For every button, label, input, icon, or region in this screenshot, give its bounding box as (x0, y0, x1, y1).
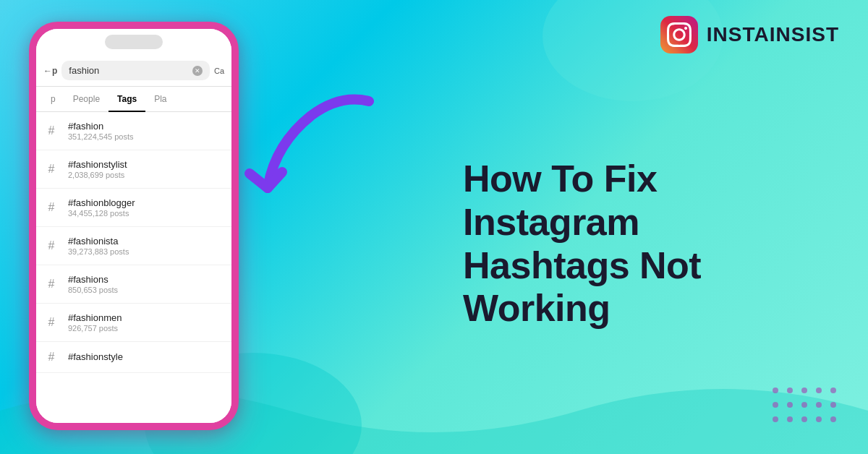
hashtag-item[interactable]: # #fashionstyle (36, 342, 231, 373)
brand-name: INSTAINSIST (707, 23, 839, 46)
instagram-icon (667, 22, 692, 47)
dots-decoration (773, 387, 839, 425)
hash-count: 39,273,883 posts (68, 247, 224, 256)
dot (816, 387, 822, 393)
search-tabs: p People Tags Pla (36, 87, 231, 112)
dot (773, 402, 778, 408)
instagram-logo (660, 16, 698, 53)
tab-top[interactable]: p (42, 87, 64, 111)
search-back-label: ←p (43, 66, 57, 76)
hash-name: #fashionstylist (68, 159, 224, 170)
hashtag-item[interactable]: # #fashions 850,653 posts (36, 265, 231, 304)
brand-header: INSTAINSIST (660, 16, 839, 53)
dot (773, 387, 778, 393)
hash-count: 850,653 posts (68, 286, 224, 294)
dot (787, 387, 793, 393)
hash-symbol: # (43, 316, 59, 329)
phone-frame: ←p fashion ✕ Ca p People Tags Pla # (29, 22, 239, 430)
hash-symbol: # (43, 124, 59, 137)
dot (801, 402, 807, 408)
dot (773, 416, 778, 422)
dot (830, 387, 836, 393)
hash-name: #fashionmen (68, 312, 224, 323)
hashtag-list: # #fashion 351,224,545 posts # #fashions… (36, 112, 231, 373)
hashtag-item[interactable]: # #fashionista 39,273,883 posts (36, 227, 231, 265)
search-input-area[interactable]: fashion ✕ (61, 61, 210, 80)
hash-symbol: # (43, 351, 59, 364)
hash-name: #fashionstyle (68, 351, 224, 362)
phone-notch (105, 35, 163, 49)
hash-info: #fashionblogger 34,455,128 posts (68, 197, 224, 218)
right-content: How To Fix Instagram Hashtags Not Workin… (463, 158, 839, 330)
search-query-text: fashion (69, 65, 99, 76)
search-clear-button[interactable]: ✕ (192, 66, 203, 76)
hash-info: #fashionista 39,273,883 posts (68, 236, 224, 256)
hash-info: #fashionstyle (68, 351, 224, 363)
hash-symbol: # (43, 201, 59, 214)
hashtag-item[interactable]: # #fashionmen 926,757 posts (36, 304, 231, 342)
hash-info: #fashionmen 926,757 posts (68, 312, 224, 333)
main-title-line2: Hashtags Not Working (463, 244, 701, 330)
main-title-line1: How To Fix Instagram (463, 158, 657, 243)
dot (816, 416, 822, 422)
phone-mockup: ←p fashion ✕ Ca p People Tags Pla # (29, 22, 239, 430)
dot (830, 402, 836, 408)
hash-name: #fashionista (68, 236, 224, 247)
dot (801, 416, 807, 422)
hash-name: #fashionblogger (68, 197, 224, 208)
dot (830, 416, 836, 422)
tab-places[interactable]: Pla (145, 87, 175, 111)
dot (787, 416, 793, 422)
hash-count: 2,038,699 posts (68, 171, 224, 179)
hashtag-item[interactable]: # #fashionblogger 34,455,128 posts (36, 189, 231, 227)
hash-count: 34,455,128 posts (68, 209, 224, 218)
dot (816, 402, 822, 408)
tab-people[interactable]: People (64, 87, 109, 111)
search-bar: ←p fashion ✕ Ca (36, 55, 231, 87)
hash-symbol: # (43, 278, 59, 291)
dot (787, 402, 793, 408)
hash-symbol: # (43, 239, 59, 252)
hash-info: #fashionstylist 2,038,699 posts (68, 159, 224, 179)
hash-info: #fashion 351,224,545 posts (68, 121, 224, 141)
hashtag-item[interactable]: # #fashionstylist 2,038,699 posts (36, 150, 231, 189)
hashtag-item[interactable]: # #fashion 351,224,545 posts (36, 112, 231, 150)
hash-count: 351,224,545 posts (68, 132, 224, 141)
hash-count: 926,757 posts (68, 324, 224, 333)
search-cancel-text[interactable]: Ca (214, 67, 224, 75)
hash-name: #fashion (68, 121, 224, 132)
phone-screen: ←p fashion ✕ Ca p People Tags Pla # (36, 29, 231, 423)
hash-symbol: # (43, 163, 59, 176)
arrow-svg (224, 87, 383, 217)
hash-info: #fashions 850,653 posts (68, 274, 224, 294)
main-title: How To Fix Instagram Hashtags Not Workin… (463, 158, 839, 330)
dot (801, 387, 807, 393)
tab-tags[interactable]: Tags (109, 87, 145, 111)
hash-name: #fashions (68, 274, 224, 285)
arrow-decoration (224, 87, 383, 217)
